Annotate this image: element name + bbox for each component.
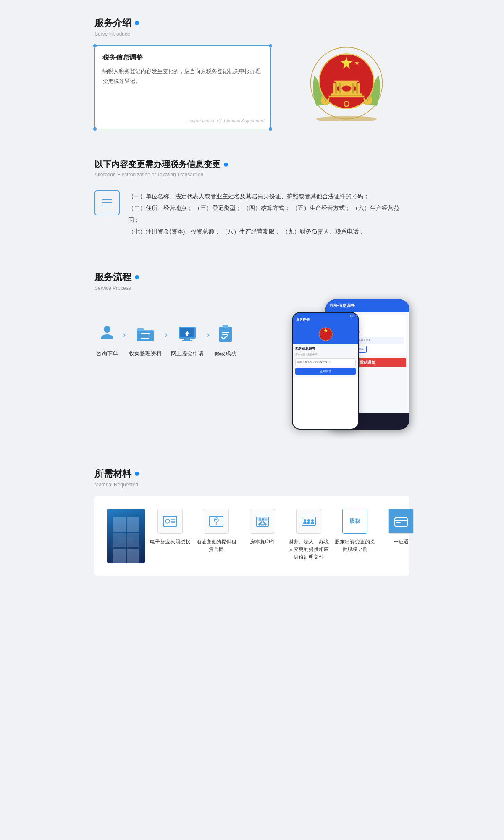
svg-point-1 bbox=[316, 116, 377, 121]
phone-back-title: 税务信息调整 bbox=[330, 303, 405, 309]
svg-rect-11 bbox=[356, 83, 358, 94]
card-title: 税务信息调整 bbox=[102, 53, 263, 62]
material-3-icon-box: 房屋证 bbox=[250, 509, 275, 534]
step-2-icon bbox=[133, 320, 158, 346]
svg-rect-32 bbox=[184, 339, 190, 340]
svg-rect-62 bbox=[396, 522, 401, 523]
step-3: 网上提交申请 bbox=[171, 320, 204, 357]
blue-dot-materials bbox=[135, 472, 139, 476]
materials-building-image bbox=[107, 509, 145, 563]
materials-title: 所需材料 bbox=[94, 467, 410, 480]
svg-rect-27 bbox=[141, 333, 150, 334]
arrow-2: › bbox=[165, 331, 168, 339]
svg-rect-36 bbox=[223, 325, 228, 328]
svg-rect-28 bbox=[141, 336, 148, 336]
intro-title: 服务介绍 bbox=[94, 17, 414, 29]
process-steps: 咨询下单 › 收集整理资料 bbox=[94, 320, 292, 357]
svg-rect-15 bbox=[329, 96, 365, 98]
svg-point-20 bbox=[345, 102, 349, 106]
alteration-subtitle: Alteration Electronization of Taxation T… bbox=[94, 172, 410, 178]
step-2: 收集整理资料 bbox=[129, 320, 162, 357]
building-windows bbox=[113, 517, 139, 563]
svg-point-57 bbox=[304, 519, 306, 522]
svg-point-58 bbox=[307, 519, 310, 522]
material-3: 房屋证 房本复印件 bbox=[242, 509, 284, 546]
step-1: 咨询下单 bbox=[94, 320, 120, 357]
materials-card: 电子营业执照授权 地址变更的提供租赁合同 bbox=[94, 496, 410, 576]
process-body: 咨询下单 › 收集整理资料 bbox=[94, 299, 410, 434]
step-1-icon bbox=[94, 320, 120, 346]
person-doc-icon bbox=[301, 514, 316, 529]
material-5-label: 股东出资变更的提供股权比例 bbox=[334, 538, 376, 553]
alteration-items: （一）单位名称、法定代表人或者业主姓名及其居民身份证、护照或者其他合法证件的号码… bbox=[128, 190, 410, 237]
svg-rect-6 bbox=[334, 81, 359, 82]
stock-text: 股权 bbox=[349, 517, 360, 525]
svg-rect-14 bbox=[331, 93, 362, 95]
card-en-label: Electronization Of Taxation Adjustment bbox=[185, 118, 265, 123]
section-materials: 所需材料 Material Requested bbox=[78, 446, 426, 593]
material-6-label: 一证通 bbox=[394, 538, 409, 546]
corner-tr bbox=[269, 44, 272, 47]
info-card: 税务信息调整 纳税人税务登记内容发生变化的，应当向原税务登记机关申报办理变更税务… bbox=[94, 45, 271, 129]
location-icon bbox=[209, 514, 224, 529]
material-6: 一证通 bbox=[380, 509, 422, 546]
national-emblem bbox=[309, 45, 384, 121]
svg-rect-37 bbox=[222, 332, 229, 333]
svg-rect-33 bbox=[182, 340, 192, 341]
step-4: 修改成功 bbox=[213, 320, 238, 357]
svg-rect-38 bbox=[222, 334, 228, 335]
card-icon bbox=[394, 514, 409, 529]
house-icon: 房屋证 bbox=[255, 514, 270, 529]
emblem-area bbox=[279, 45, 414, 121]
material-1: 电子营业执照授权 bbox=[149, 509, 191, 546]
process-subtitle: Service Process bbox=[94, 285, 410, 291]
card-description: 纳税人税务登记内容发生变化的，应当向原税务登记机关申报办理变更税务登记。 bbox=[102, 66, 263, 86]
process-title: 服务流程 bbox=[94, 271, 410, 284]
process-title-block: 服务流程 Service Process bbox=[94, 271, 410, 291]
svg-rect-12 bbox=[339, 83, 341, 94]
license-icon bbox=[163, 514, 178, 529]
material-2-label: 地址变更的提供租赁合同 bbox=[195, 538, 237, 553]
material-2: 地址变更的提供租赁合同 bbox=[195, 509, 237, 553]
material-1-icon-box bbox=[158, 509, 183, 534]
process-steps-area: 咨询下单 › 收集整理资料 bbox=[94, 299, 292, 434]
materials-items-list: 电子营业执照授权 地址变更的提供租赁合同 bbox=[145, 509, 426, 563]
intro-title-block: 服务介绍 Serve Introduce bbox=[94, 17, 414, 37]
phone-front-emblem bbox=[293, 324, 358, 344]
alteration-title: 以下内容变更需办理税务信息变更 bbox=[94, 159, 410, 170]
alteration-title-block: 以下内容变更需办理税务信息变更 Alteration Electronizati… bbox=[94, 159, 410, 178]
process-title-text: 服务流程 bbox=[94, 271, 131, 284]
phone-front-header: 9:41 服务详情 bbox=[293, 313, 358, 324]
step-4-icon bbox=[213, 320, 238, 346]
corner-br bbox=[269, 127, 272, 131]
material-2-icon-box bbox=[204, 509, 229, 534]
step-3-icon bbox=[175, 320, 200, 346]
step-3-label: 网上提交申请 bbox=[171, 350, 204, 357]
svg-rect-55 bbox=[261, 525, 264, 526]
step-1-label: 咨询下单 bbox=[96, 350, 118, 357]
phone-mockup-area: 税务信息调整 税务信息调整 注册信息 / 变更 / 注销 注册信息 变更信息 企… bbox=[292, 299, 410, 434]
material-5: 股权 股东出资变更的提供股权比例 bbox=[334, 509, 376, 553]
svg-text:房屋证: 房屋证 bbox=[258, 517, 268, 521]
blue-dot-alteration bbox=[224, 163, 228, 167]
svg-point-25 bbox=[104, 326, 110, 333]
svg-point-59 bbox=[311, 519, 314, 522]
svg-rect-29 bbox=[141, 338, 149, 339]
phone-emblem-svg bbox=[318, 327, 333, 341]
material-4: 财务、法人、办税人变更的提供相应身份证明文件 bbox=[288, 509, 330, 561]
clipboard-icon bbox=[215, 323, 236, 344]
list-icon bbox=[94, 190, 120, 215]
section-intro: 服务介绍 Serve Introduce 税务信息调整 纳税人税务登记内容发生变… bbox=[78, 0, 426, 138]
folder-icon bbox=[135, 323, 156, 344]
step-4-label: 修改成功 bbox=[215, 350, 236, 357]
section-process: 服务流程 Service Process 咨询下单 › bbox=[78, 250, 426, 446]
alteration-item-3: （七）注册资金(资本)、投资总额； （八）生产经营期限； （九）财务负责人、联系… bbox=[128, 226, 410, 237]
material-6-icon-box bbox=[388, 509, 414, 534]
arrow-1: › bbox=[123, 331, 126, 339]
materials-title-block: 所需材料 Material Requested bbox=[94, 467, 410, 488]
svg-point-43 bbox=[165, 519, 170, 523]
svg-point-7 bbox=[342, 85, 351, 91]
materials-title-text: 所需材料 bbox=[94, 467, 131, 480]
svg-rect-10 bbox=[335, 83, 337, 94]
monitor-icon bbox=[177, 323, 198, 344]
